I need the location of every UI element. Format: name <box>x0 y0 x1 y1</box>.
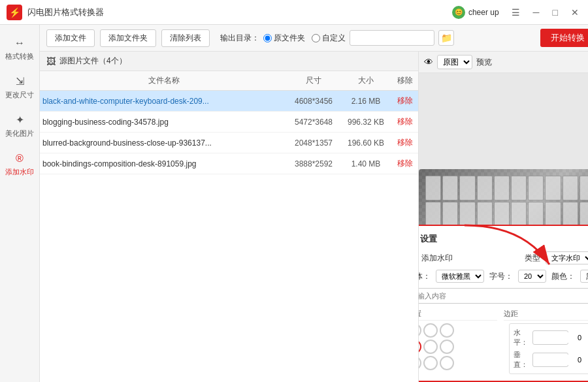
file-dim: 4608*3456 <box>287 95 340 107</box>
keyboard-key <box>528 176 544 201</box>
margin-h-row: 水平： ▲ ▼ <box>514 328 588 347</box>
margin-h-label: 水平： <box>514 328 530 347</box>
table-row[interactable]: blurred-background-business-close-up-936… <box>40 133 418 153</box>
remove-button[interactable]: 移除 <box>392 136 418 150</box>
minimize-button[interactable]: ─ <box>531 6 542 19</box>
keyboard-key <box>563 202 578 227</box>
pos-top-right[interactable] <box>440 323 454 338</box>
position-section: 位置 <box>419 309 497 374</box>
keyboard-key <box>425 176 441 201</box>
position-margin-row: 位置 <box>419 309 588 374</box>
pos-mid-center[interactable] <box>423 340 438 354</box>
type-label: 类型 <box>525 253 540 264</box>
margin-section: 边距 水平： ▲ ▼ <box>504 309 588 374</box>
file-dim: 5472*3648 <box>287 116 340 128</box>
pos-bot-right[interactable] <box>440 356 454 370</box>
keyboard-key <box>459 176 475 201</box>
size-label: 字号： <box>489 271 513 282</box>
type-select[interactable]: 文字水印 <box>546 251 588 264</box>
position-grid <box>419 323 497 370</box>
main-layout: ↔ 格式转换 ⇲ 更改尺寸 ✦ 美化图片 ® 添加水印 添加文件 添加文件夹 清… <box>0 25 588 382</box>
keyboard-key <box>442 176 458 201</box>
file-name: black-and-white-computer-keyboard-desk-2… <box>40 95 287 107</box>
menu-button[interactable]: ☰ <box>509 6 523 19</box>
start-convert-button[interactable]: 开始转换 <box>540 29 588 47</box>
beauty-icon: ✦ <box>16 114 24 126</box>
settings-title: ⚙ 设置 <box>419 232 588 245</box>
file-dim: 2048*1357 <box>287 137 340 149</box>
settings-panel: ⚙ 设置 添加水印 类型 文字水印 <box>419 225 588 382</box>
radio-custom[interactable]: 自定义 <box>312 33 346 44</box>
file-size: 2.16 MB <box>340 95 392 107</box>
keyboard-key <box>528 202 544 227</box>
color-select[interactable]: 黑色 <box>580 270 588 283</box>
preview-select[interactable]: 原图 <box>437 55 472 69</box>
margin-h-input[interactable] <box>533 332 588 343</box>
keyboard-key <box>442 202 458 227</box>
col-del: 移除 <box>392 74 418 88</box>
table-row[interactable]: blogging-business-coding-34578.jpg 5472*… <box>40 112 418 133</box>
remove-button[interactable]: 移除 <box>392 115 418 129</box>
file-name: blurred-background-business-close-up-936… <box>40 137 287 149</box>
file-size: 1.40 MB <box>340 158 392 170</box>
title-bar: ⚡ 闪电图片格式转换器 😊 cheer up ☰ ─ □ ✕ <box>0 0 588 25</box>
radio-original[interactable]: 原文件夹 <box>263 33 305 44</box>
file-name: book-bindings-composition-desk-891059.jp… <box>40 158 287 170</box>
add-file-button[interactable]: 添加文件 <box>46 29 95 47</box>
pos-bot-center[interactable] <box>423 356 438 370</box>
browse-folder-button[interactable]: 📁 <box>438 30 454 46</box>
cheer-icon: 😊 <box>452 6 465 19</box>
margin-v-input[interactable] <box>533 355 588 365</box>
radio-custom-input[interactable] <box>312 34 320 42</box>
panels: 🖼 源图片文件（4个） 文件名称 尺寸 大小 移除 black-and-whit… <box>40 52 588 382</box>
sidebar-item-resize[interactable]: ⇲ 更改尺寸 <box>0 70 39 105</box>
pos-top-center[interactable] <box>423 323 438 338</box>
keyboard-key <box>494 202 510 227</box>
table-row[interactable]: black-and-white-computer-keyboard-desk-2… <box>40 91 418 112</box>
col-size: 大小 <box>340 74 392 88</box>
sidebar-item-format[interactable]: ↔ 格式转换 <box>0 31 39 67</box>
content-area: 添加文件 添加文件夹 清除列表 输出目录： 原文件夹 自定义 📁 <box>40 25 588 382</box>
keyboard-key <box>511 176 527 201</box>
sidebar-format-label: 格式转换 <box>5 52 34 61</box>
cheer-up-label: cheer up <box>468 8 499 17</box>
keyboard-key <box>494 176 510 201</box>
watermark-row: 添加水印 类型 文字水印 <box>419 251 588 264</box>
pos-mid-right[interactable] <box>440 340 454 354</box>
watermark-icon: ® <box>16 153 24 165</box>
margin-label: 边距 <box>504 309 588 321</box>
maximize-button[interactable]: □ <box>550 6 561 19</box>
file-panel-title: 源图片文件（4个） <box>59 56 127 67</box>
margin-inputs: 水平： ▲ ▼ <box>509 323 588 374</box>
add-folder-button[interactable]: 添加文件夹 <box>100 29 156 47</box>
preview-header: 👁 原图 预览 <box>419 52 588 73</box>
table-row[interactable]: book-bindings-composition-desk-891059.jp… <box>40 153 418 174</box>
app-icon: ⚡ <box>7 5 22 20</box>
sidebar-item-watermark[interactable]: ® 添加水印 <box>0 147 39 182</box>
remove-button[interactable]: 移除 <box>392 157 418 170</box>
add-watermark-label: 添加水印 <box>421 253 453 264</box>
pos-mid-left[interactable] <box>419 340 421 354</box>
margin-h-spinbox: ▲ ▼ <box>532 330 568 345</box>
app-title: 闪电图片格式转换器 <box>27 7 104 18</box>
font-row: 字体： 微软雅黑 字号： 20 颜色： 黑色 <box>419 270 588 283</box>
watermark-text-input[interactable] <box>419 288 588 304</box>
radio-original-input[interactable] <box>263 34 272 42</box>
pos-bot-left[interactable] <box>419 356 421 370</box>
keyboard-key <box>545 202 561 227</box>
clear-list-button[interactable]: 清除列表 <box>161 29 210 47</box>
preview-area: ⚙ 设置 添加水印 类型 文字水印 <box>419 73 588 382</box>
close-button[interactable]: ✕ <box>568 6 581 19</box>
size-select[interactable]: 20 <box>518 270 546 283</box>
output-path-input[interactable] <box>350 30 434 46</box>
keyboard-key <box>477 176 493 201</box>
sidebar-beauty-label: 美化图片 <box>5 129 34 138</box>
output-section: 输出目录： 原文件夹 自定义 📁 <box>220 30 454 46</box>
sidebar-item-beauty[interactable]: ✦ 美化图片 <box>0 108 39 144</box>
title-right: 😊 cheer up ☰ ─ □ ✕ <box>452 6 581 19</box>
remove-button[interactable]: 移除 <box>392 94 418 108</box>
cheer-up-section: 😊 cheer up <box>452 6 499 19</box>
title-left: ⚡ 闪电图片格式转换器 <box>7 5 104 20</box>
font-select[interactable]: 微软雅黑 <box>436 270 484 283</box>
pos-top-left[interactable] <box>419 323 421 338</box>
